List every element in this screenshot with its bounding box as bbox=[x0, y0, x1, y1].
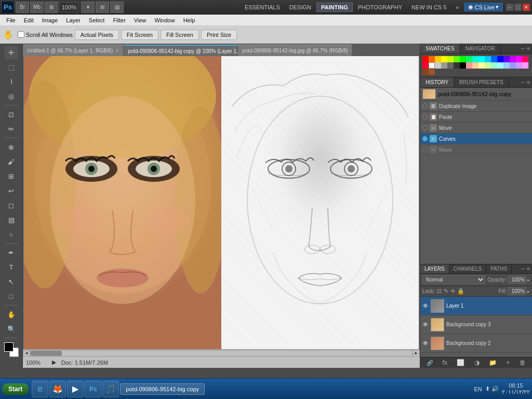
nav-essentials[interactable]: ESSENTIALS bbox=[241, 3, 284, 11]
layers-menu-icon[interactable]: ≡ bbox=[527, 266, 530, 272]
quick-select-tool[interactable]: ◎ bbox=[5, 89, 18, 103]
menu-image[interactable]: Image bbox=[38, 16, 62, 24]
swatch-magenta[interactable] bbox=[516, 56, 522, 62]
lock-transparent-btn[interactable]: ⊡ bbox=[437, 288, 442, 295]
swatch-black[interactable] bbox=[460, 62, 466, 69]
layer-item-bg-copy2[interactable]: 👁 Background copy 2 bbox=[420, 334, 532, 353]
maximize-button[interactable]: □ bbox=[514, 4, 522, 11]
tab-close-potd-jpg[interactable]: ✕ bbox=[350, 48, 352, 54]
swatch-ltviolet[interactable] bbox=[510, 62, 516, 69]
layer-item-layer1[interactable]: 👁 Layer 1 bbox=[420, 297, 532, 315]
history-collapse-icon[interactable]: ─ bbox=[521, 79, 525, 85]
swatch-blue-lt[interactable] bbox=[491, 56, 497, 62]
actual-pixels-button[interactable]: Actual Pixels bbox=[75, 30, 119, 40]
layer-eye-bg-copy2[interactable]: 👁 bbox=[422, 340, 429, 347]
path-select-tool[interactable]: ↖ bbox=[5, 275, 18, 288]
scroll-all-check[interactable] bbox=[18, 31, 24, 38]
tab-potd-jpg[interactable]: potd-090806-95142-big.jpg @ 66.7% (RGB/8… bbox=[238, 45, 352, 56]
swatch-gold[interactable] bbox=[435, 56, 441, 62]
zoom-dropdown[interactable]: ▾ bbox=[81, 2, 95, 13]
taskbar-active-app[interactable]: potd-090806-95142-big copy bbox=[120, 383, 205, 395]
taskbar-ie[interactable]: e bbox=[32, 381, 48, 397]
clone-stamp-tool[interactable]: ⊞ bbox=[5, 169, 18, 183]
text-tool[interactable]: T bbox=[5, 260, 18, 274]
swatch-crimson[interactable] bbox=[422, 62, 429, 69]
start-button[interactable]: Start bbox=[2, 383, 29, 395]
swatch-green-lt[interactable] bbox=[454, 56, 460, 62]
history-menu-icon[interactable]: ≡ bbox=[527, 79, 530, 85]
grid-icon[interactable]: ⊞ bbox=[96, 2, 109, 13]
swatch-orange[interactable] bbox=[429, 56, 435, 62]
status-triangle-icon[interactable]: ▶ bbox=[52, 359, 56, 366]
swatch-white[interactable] bbox=[429, 62, 435, 69]
close-button[interactable]: ✕ bbox=[523, 4, 530, 11]
scroll-thumb[interactable] bbox=[31, 351, 62, 356]
new-group-button[interactable]: 📁 bbox=[489, 359, 497, 366]
fill-input[interactable] bbox=[508, 287, 526, 295]
layers-collapse-icon[interactable]: ─ bbox=[521, 266, 525, 272]
foreground-color[interactable] bbox=[4, 342, 14, 352]
history-brush-tool[interactable]: ↩ bbox=[5, 184, 18, 197]
brush-tool[interactable]: 🖌 bbox=[5, 155, 18, 168]
history-content[interactable]: potd-090806-95142-big copy ⊞ Duplicate I… bbox=[420, 88, 532, 264]
lock-all-btn[interactable]: 🔒 bbox=[457, 288, 464, 295]
nav-new-cs5[interactable]: NEW IN CS 5 bbox=[407, 3, 450, 11]
swatch-aqua[interactable] bbox=[472, 56, 478, 62]
taskbar-photoshop[interactable]: Ps bbox=[85, 381, 101, 397]
swatch-ltgreen[interactable] bbox=[485, 62, 491, 69]
swatch-blue[interactable] bbox=[497, 56, 503, 62]
minimize-button[interactable]: ─ bbox=[506, 4, 513, 11]
menu-select[interactable]: Select bbox=[85, 16, 109, 24]
panel-collapse-icon[interactable]: ─ bbox=[521, 46, 525, 51]
crop-tool[interactable]: ⊡ bbox=[5, 108, 18, 121]
menu-view[interactable]: View bbox=[130, 16, 151, 24]
new-layer-button[interactable]: + bbox=[506, 359, 510, 366]
swatch-ltcyan[interactable] bbox=[497, 62, 503, 69]
tab-channels[interactable]: CHANNELS bbox=[449, 264, 486, 273]
tab-swatches[interactable]: SWATCHES bbox=[420, 44, 460, 54]
mini-bridge-button[interactable]: Mb bbox=[30, 2, 44, 13]
gradient-tool[interactable]: ▤ bbox=[5, 213, 18, 227]
delete-layer-button[interactable]: 🗑 bbox=[520, 359, 526, 366]
blend-mode-select[interactable]: Normal bbox=[422, 275, 485, 284]
nav-painting[interactable]: PAINTING bbox=[316, 3, 353, 12]
swatch-lavender[interactable] bbox=[516, 62, 522, 69]
swatch-green[interactable] bbox=[460, 56, 466, 62]
eyedropper-tool[interactable]: ✏ bbox=[5, 122, 18, 136]
taskbar-media[interactable]: 🎵 bbox=[102, 381, 119, 397]
layer-eye-bg-copy3[interactable]: 👁 bbox=[422, 321, 429, 328]
menu-filter[interactable]: Filter bbox=[109, 16, 129, 24]
menu-edit[interactable]: Edit bbox=[20, 16, 38, 24]
swatch-ltyellow[interactable] bbox=[478, 62, 485, 69]
tab-potd-copy[interactable]: potd-090806-95142-big copy @ 100% (Layer… bbox=[124, 45, 238, 56]
swatch-brown[interactable] bbox=[422, 69, 429, 75]
tab-navigator[interactable]: NAVIGATOR bbox=[460, 44, 501, 54]
history-snapshot[interactable]: potd-090806-95142-big copy bbox=[420, 88, 532, 101]
swatch-peach[interactable] bbox=[472, 62, 478, 69]
workspace-icon[interactable]: ⊞ bbox=[45, 2, 58, 13]
shape-tool[interactable]: □ bbox=[5, 289, 18, 303]
print-size-button[interactable]: Print Size bbox=[201, 30, 237, 40]
swatch-sienna[interactable] bbox=[429, 69, 435, 75]
opacity-arrow[interactable]: ▸ bbox=[527, 277, 530, 283]
swatch-ltpink[interactable] bbox=[522, 62, 528, 69]
bridge-button[interactable]: Br bbox=[16, 2, 29, 13]
tab-untitled[interactable]: Untitled-1 @ 66.7% (Layer 1, RGB/8) ✕ bbox=[23, 45, 124, 56]
horizontal-scrollbar[interactable]: ◂ ▸ bbox=[23, 349, 420, 356]
history-item-move1[interactable]: ↔ Move bbox=[420, 123, 532, 134]
fit-screen-button[interactable]: Fit Screen bbox=[121, 30, 158, 40]
document-canvas[interactable] bbox=[23, 56, 420, 349]
tab-close-untitled[interactable]: ✕ bbox=[115, 48, 119, 54]
fill-screen-button[interactable]: Fill Screen bbox=[161, 30, 199, 40]
history-item-paste[interactable]: 📋 Paste bbox=[420, 112, 532, 123]
layer-eye-layer1[interactable]: 👁 bbox=[422, 302, 429, 310]
pen-tool[interactable]: ✒ bbox=[5, 246, 18, 259]
hand-tool[interactable]: ✋ bbox=[5, 308, 18, 321]
swatch-seafoam[interactable] bbox=[466, 56, 472, 62]
tab-history[interactable]: HISTORY bbox=[420, 77, 454, 87]
menu-window[interactable]: Window bbox=[151, 16, 179, 24]
swatch-ltblue[interactable] bbox=[503, 62, 510, 69]
lasso-tool[interactable]: ⌇ bbox=[5, 75, 18, 88]
taskbar-wmp[interactable]: ▶ bbox=[67, 381, 84, 397]
menu-file[interactable]: File bbox=[2, 16, 20, 24]
